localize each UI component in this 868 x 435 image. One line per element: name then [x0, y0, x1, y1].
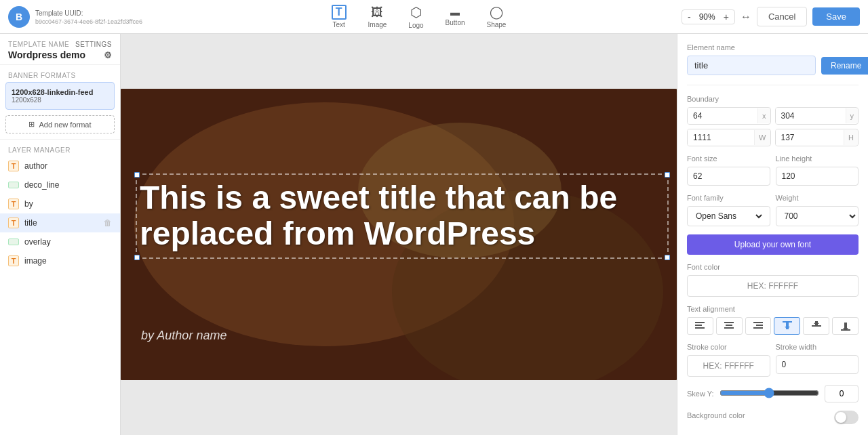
- boundary-w-input[interactable]: [688, 129, 754, 146]
- line-height-group: Line height: [776, 154, 859, 186]
- tool-button[interactable]: ▬ Button: [436, 4, 475, 29]
- brand-info: B Template UUID: b9cc0467-3674-4ee6-8f2f…: [8, 6, 142, 28]
- font-size-input[interactable]: [687, 167, 770, 186]
- stroke-width-label: Stroke width: [776, 343, 859, 351]
- font-color-field[interactable]: HEX: FFFFFF: [687, 275, 859, 297]
- stroke-color-label: Stroke color: [687, 343, 770, 351]
- svg-marker-14: [814, 321, 819, 324]
- align-right-button[interactable]: [745, 317, 772, 335]
- sidebar-header: TEMPLATE NAME Settings Wordpress demo ⚙: [0, 34, 120, 65]
- skew-slider-wrap: [719, 388, 819, 400]
- tool-text[interactable]: T Text: [322, 2, 356, 31]
- add-format-label: Add new format: [39, 121, 91, 129]
- boundary-x-wrap: x: [687, 107, 771, 125]
- boundary-h-suffix: H: [844, 130, 858, 145]
- stroke-color-group: Stroke color HEX: FFFFFF: [687, 343, 770, 377]
- format-item[interactable]: 1200x628-linkedin-feed 1200x628: [5, 82, 115, 110]
- skew-y-slider[interactable]: [719, 388, 819, 398]
- layer-overlay[interactable]: overlay 🗑: [0, 232, 120, 251]
- zoom-plus-button[interactable]: +: [722, 12, 730, 22]
- boundary-w-suffix: W: [754, 130, 770, 145]
- right-panel: Element name Rename Boundary x y: [677, 34, 868, 435]
- align-bottom-button[interactable]: [832, 317, 859, 335]
- shape-icon: ◯: [490, 5, 503, 20]
- template-title: Wordpress demo ⚙: [8, 49, 112, 60]
- bg-toggle-knob: [835, 412, 846, 423]
- bg-color-toggle[interactable]: [834, 411, 859, 424]
- settings-link[interactable]: Settings: [75, 41, 112, 48]
- banner-formats-label: BANNER FORMATS: [0, 65, 120, 82]
- align-top-button[interactable]: [774, 317, 800, 335]
- handle-bottom-right[interactable]: [665, 255, 670, 260]
- upload-font-button[interactable]: Upload your own font: [687, 234, 859, 255]
- boundary-section: Boundary x y W H: [687, 95, 859, 146]
- tool-shape[interactable]: ◯ Shape: [477, 2, 516, 31]
- stroke-color-field[interactable]: HEX: FFFFFF: [687, 355, 770, 377]
- zoom-minus-button[interactable]: -: [686, 12, 692, 22]
- svg-rect-1: [695, 325, 702, 326]
- layer-name-author: author: [24, 161, 98, 171]
- zoom-control: - 90% +: [682, 9, 735, 24]
- stroke-width-group: Stroke width: [776, 343, 859, 377]
- handle-bottom-left[interactable]: [134, 255, 140, 260]
- line-height-input[interactable]: [776, 167, 859, 186]
- layer-name-deco: deco_line: [24, 180, 98, 190]
- element-name-input[interactable]: [687, 56, 816, 75]
- boundary-label: Boundary: [687, 95, 859, 103]
- layer-author[interactable]: T author 🗑: [0, 157, 120, 175]
- svg-rect-7: [756, 325, 763, 326]
- layer-type-icon-deco: [8, 182, 19, 188]
- font-family-select[interactable]: Open Sans Roboto Lato Montserrat: [687, 206, 770, 226]
- tool-group: T Text 🖼 Image ⬡ Logo ▬ Button ◯ Shape: [156, 1, 682, 32]
- font-family-section: Font family Open Sans Roboto Lato Montse…: [687, 194, 859, 226]
- boundary-y-suffix: y: [846, 108, 859, 123]
- tool-logo[interactable]: ⬡ Logo: [399, 1, 433, 32]
- boundary-h-input[interactable]: [776, 129, 844, 146]
- layer-delete-title[interactable]: 🗑: [104, 218, 112, 228]
- cancel-button[interactable]: Cancel: [757, 7, 807, 26]
- svg-rect-12: [812, 325, 821, 327]
- title-selection-box[interactable]: This is a sweet title that can be replac…: [136, 173, 669, 259]
- skew-y-value-input[interactable]: [825, 385, 859, 402]
- layer-by[interactable]: T by 🗑: [0, 194, 120, 213]
- handle-top-right[interactable]: [665, 172, 670, 178]
- flip-icon[interactable]: ↔: [741, 11, 751, 23]
- weight-label: Weight: [776, 194, 859, 202]
- boundary-x-suffix: x: [757, 108, 770, 123]
- boundary-x-input[interactable]: [688, 108, 757, 124]
- layer-title[interactable]: T title 🗑: [0, 213, 120, 232]
- text-alignment-label: Text alignment: [687, 305, 859, 313]
- save-button[interactable]: Save: [812, 7, 860, 26]
- font-size-group: Font size: [687, 154, 770, 186]
- element-name-section: Element name Rename: [687, 43, 859, 75]
- rename-button[interactable]: Rename: [821, 57, 868, 75]
- toolbar-right: - 90% + ↔ Cancel Save: [682, 7, 860, 26]
- layer-list: T author 🗑 deco_line 🗑 T by 🗑 T title 🗑: [0, 157, 120, 435]
- brand-icon: B: [8, 6, 30, 28]
- svg-rect-8: [753, 327, 763, 329]
- boundary-y-wrap: y: [775, 107, 859, 125]
- canvas-wrapper: This is a sweet title that can be replac…: [121, 89, 677, 380]
- layer-deco-line[interactable]: deco_line 🗑: [0, 175, 120, 194]
- stroke-width-input[interactable]: [776, 355, 859, 374]
- add-format-button[interactable]: ⊞ Add new format: [5, 115, 115, 133]
- layer-name-by: by: [24, 199, 98, 209]
- font-family-dropdown[interactable]: Open Sans Roboto Lato Montserrat: [693, 211, 764, 222]
- gear-icon[interactable]: ⚙: [104, 50, 112, 60]
- weight-select[interactable]: 700 400 300 600 800: [776, 206, 859, 226]
- align-center-button[interactable]: [716, 317, 743, 335]
- boundary-h-wrap: H: [775, 129, 859, 146]
- boundary-y-input[interactable]: [776, 108, 846, 124]
- font-color-label: Font color: [687, 263, 859, 271]
- button-icon: ▬: [450, 7, 460, 18]
- canvas[interactable]: This is a sweet title that can be replac…: [121, 89, 677, 380]
- layer-type-icon-image: T: [8, 255, 19, 266]
- layer-image[interactable]: T image 🗑: [0, 251, 120, 270]
- align-left-button[interactable]: [687, 317, 713, 335]
- format-name: 1200x628-linkedin-feed: [12, 88, 108, 96]
- add-format-icon: ⊞: [28, 120, 35, 129]
- sidebar: TEMPLATE NAME Settings Wordpress demo ⚙ …: [0, 34, 121, 435]
- tool-image[interactable]: 🖼 Image: [359, 3, 397, 31]
- align-middle-button[interactable]: [803, 317, 829, 335]
- handle-top-left[interactable]: [134, 172, 140, 178]
